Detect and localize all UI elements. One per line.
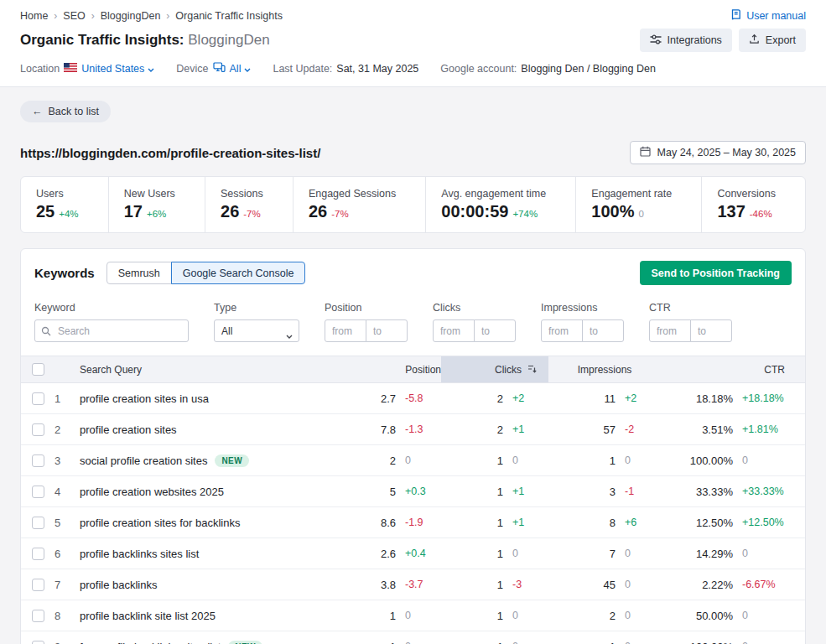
metric-card: Users 25 +4% (21, 177, 108, 232)
row-checkbox[interactable] (32, 517, 44, 529)
search-query: profile backlinks sites list (80, 548, 199, 560)
google-account-label: Google account: (440, 63, 517, 75)
row-checkbox[interactable] (32, 486, 44, 498)
row-checkbox[interactable] (32, 579, 44, 591)
clicks-change: +2 (503, 392, 548, 404)
row-checkbox[interactable] (32, 641, 44, 644)
impressions-value: 8 (548, 517, 616, 529)
new-badge: NEW (228, 641, 262, 644)
impressions-value: 2 (548, 610, 616, 622)
position-to-input[interactable] (366, 319, 408, 342)
position-value: 2.6 (345, 548, 396, 560)
breadcrumb-seo[interactable]: SEO (63, 10, 85, 22)
last-update-label: Last Update: (273, 63, 332, 75)
clicks-value: 1 (441, 548, 503, 560)
keywords-filters: Keyword Type All Position (21, 295, 805, 356)
row-number: 2 (55, 423, 80, 436)
type-select[interactable]: All (214, 319, 299, 342)
integrations-button[interactable]: Integrations (640, 29, 732, 52)
ctr-value: 33.33% (661, 486, 733, 498)
metric-card: Engagement rate 100% 0 (575, 177, 701, 232)
device-select[interactable]: All (230, 63, 252, 75)
metric-value: 25 (36, 202, 55, 221)
search-query: free profile backlinks sites list (80, 641, 221, 644)
row-number: 4 (55, 486, 80, 498)
tab-semrush[interactable]: Semrush (106, 262, 172, 284)
table-row: 2 profile creation sites 7.8 -1.3 2 +1 5… (21, 414, 805, 445)
metric-label: Sessions (221, 188, 278, 200)
row-checkbox[interactable] (32, 548, 44, 560)
device-icon (213, 62, 226, 75)
tab-google-search-console[interactable]: Google Search Console (171, 262, 306, 284)
clicks-value: 2 (441, 423, 503, 436)
metric-change: +4% (59, 209, 78, 219)
header-position[interactable]: Position (345, 356, 441, 382)
clicks-from-input[interactable] (433, 319, 475, 342)
metric-value: 137 (717, 202, 745, 221)
ctr-value: 14.29% (661, 548, 733, 560)
clicks-value: 1 (441, 486, 503, 498)
table-row: 3 social profile creation sites NEW 2 0 … (21, 445, 805, 476)
row-checkbox[interactable] (32, 454, 44, 467)
search-query: profile creation sites in usa (80, 392, 209, 405)
table-row: 6 profile backlinks sites list 2.6 +0.4 … (21, 538, 805, 569)
date-range-picker[interactable]: May 24, 2025 – May 30, 2025 (630, 141, 806, 164)
user-manual-link[interactable]: User manual (730, 8, 806, 23)
ctr-value: 100.00% (661, 454, 733, 467)
export-button[interactable]: Export (739, 29, 806, 52)
user-manual-icon (730, 8, 742, 23)
position-value: 3.8 (345, 579, 396, 591)
position-value: 7.8 (345, 423, 396, 436)
row-number: 5 (55, 517, 80, 529)
back-to-list-button[interactable]: ← Back to list (20, 101, 111, 122)
select-all-checkbox[interactable] (32, 363, 44, 376)
ctr-value: 100.00% (661, 641, 733, 644)
impressions-change: 0 (616, 454, 661, 466)
page-title-project: BloggingDen (188, 32, 269, 48)
location-select[interactable]: United States (81, 63, 154, 75)
position-change: -5.8 (396, 392, 441, 404)
page-title: Organic Traffic Insights: BloggingDen (20, 32, 270, 49)
metric-label: Engagement rate (591, 188, 686, 200)
breadcrumb-home[interactable]: Home (20, 10, 48, 22)
clicks-value: 1 (441, 579, 503, 591)
metric-card: Sessions 26 -7% (205, 177, 293, 232)
back-arrow-icon: ← (32, 106, 43, 117)
row-checkbox[interactable] (32, 610, 44, 622)
row-checkbox[interactable] (32, 423, 44, 436)
search-query: profile creation websites 2025 (80, 486, 224, 498)
metric-label: Engaged Sessions (309, 188, 410, 200)
metric-value: 00:00:59 (441, 202, 508, 221)
search-query: profile creation sites for backlinks (80, 517, 240, 529)
ctr-from-input[interactable] (649, 319, 691, 342)
impressions-value: 3 (548, 486, 616, 498)
metric-card: New Users 17 +6% (108, 177, 205, 232)
metric-value: 17 (124, 202, 143, 221)
ctr-change: 0 (733, 641, 785, 644)
ctr-to-input[interactable] (690, 319, 732, 342)
keywords-card: Keywords Semrush Google Search Console S… (20, 248, 806, 644)
position-from-input[interactable] (325, 319, 366, 342)
breadcrumb-project[interactable]: BloggingDen (101, 10, 161, 22)
row-number: 8 (55, 610, 80, 622)
metric-card: Conversions 137 -46% (701, 177, 805, 232)
clicks-change: +1 (503, 423, 548, 435)
google-account-value: Blogging Den / Blogging Den (521, 63, 656, 75)
send-to-position-tracking-button[interactable]: Send to Position Tracking (640, 261, 792, 285)
clicks-value: 1 (441, 641, 503, 644)
impressions-change: -1 (616, 486, 661, 497)
ctr-filter-label: CTR (649, 302, 732, 314)
impressions-change: 0 (616, 579, 661, 590)
row-checkbox[interactable] (32, 392, 44, 405)
impressions-value: 45 (548, 579, 616, 591)
impressions-to-input[interactable] (582, 319, 624, 342)
clicks-to-input[interactable] (474, 319, 516, 342)
header-impressions[interactable]: Impressions (548, 356, 661, 382)
header-clicks[interactable]: Clicks (441, 356, 548, 382)
header-ctr[interactable]: CTR (661, 356, 785, 382)
metric-label: Users (36, 188, 93, 200)
location-label: Location (20, 63, 60, 75)
impressions-from-input[interactable] (541, 319, 583, 342)
search-query: social profile creation sites (80, 454, 207, 467)
keyword-search-input[interactable] (34, 319, 189, 342)
